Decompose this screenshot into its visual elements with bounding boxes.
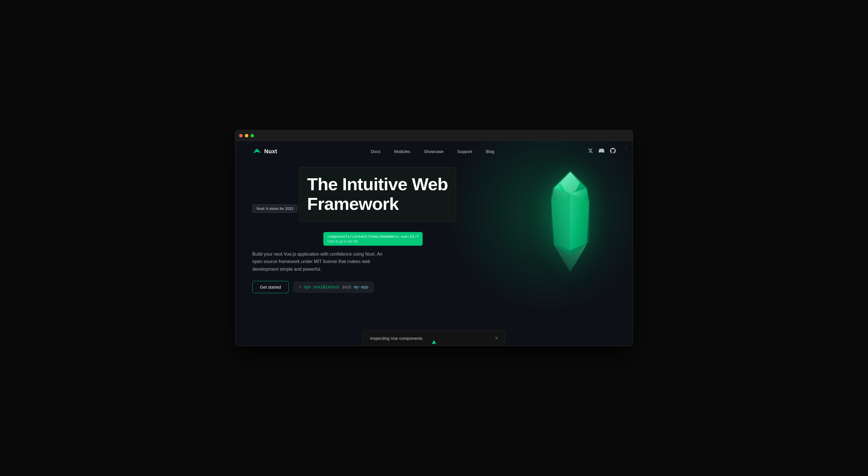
code-package: nuxi@latest bbox=[313, 285, 342, 289]
browser-chrome bbox=[235, 130, 633, 141]
nav-modules[interactable]: Modules bbox=[394, 149, 410, 154]
hero-title: The Intuitive Web Framework bbox=[307, 174, 448, 214]
svg-marker-3 bbox=[551, 194, 589, 256]
hero-title-line1: The Intuitive Web bbox=[307, 174, 448, 194]
navbar: Nuxt Docs Modules Showcase Support Blog bbox=[235, 141, 633, 161]
discord-icon[interactable] bbox=[599, 148, 604, 155]
browser-window: ⋮ Nuxt Docs Modules Showcase Support Blo… bbox=[235, 130, 633, 346]
code-command: npx bbox=[304, 285, 313, 289]
twitter-icon[interactable] bbox=[588, 148, 593, 155]
nav-support[interactable]: Support bbox=[457, 149, 472, 154]
inspector-text: Inspecting Vue components bbox=[370, 336, 423, 341]
component-tooltip[interactable]: components/content/home/HomeHero.vue:41:… bbox=[323, 232, 423, 246]
nuxt-logo-icon bbox=[252, 147, 261, 155]
github-icon[interactable] bbox=[610, 148, 616, 155]
inspector-close-button[interactable]: × bbox=[495, 336, 498, 341]
crystal-svg bbox=[530, 164, 610, 278]
nav-links: Docs Modules Showcase Support Blog bbox=[371, 149, 494, 154]
announcement-badge[interactable]: Nuxt: A vision for 2023 bbox=[252, 204, 298, 213]
hero-title-box: The Intuitive Web Framework bbox=[299, 167, 456, 222]
vue-inspector-bar: Inspecting Vue components × bbox=[363, 330, 505, 346]
nav-blog[interactable]: Blog bbox=[486, 149, 494, 154]
logo-text: Nuxt bbox=[264, 148, 277, 155]
code-subcommand: init bbox=[342, 285, 354, 289]
nav-docs[interactable]: Docs bbox=[371, 149, 380, 154]
tooltip-filename: components/content/home/HomeHero.vue:41:… bbox=[327, 234, 418, 239]
social-links bbox=[588, 148, 616, 155]
hero-actions: Get started > npx nuxi@latest init my-ap… bbox=[252, 281, 616, 293]
crystal-decoration bbox=[530, 164, 610, 278]
hero-description: Build your next Vue.js application with … bbox=[252, 251, 383, 273]
tooltip-action: Click to go to the file bbox=[327, 240, 418, 244]
get-started-button[interactable]: Get started bbox=[252, 281, 289, 293]
logo[interactable]: Nuxt bbox=[252, 147, 277, 155]
nav-showcase[interactable]: Showcase bbox=[424, 149, 443, 154]
hero-title-line2: Framework bbox=[307, 194, 399, 214]
close-dot[interactable] bbox=[239, 134, 243, 137]
code-snippet[interactable]: > npx nuxi@latest init my-app bbox=[293, 282, 374, 293]
nuxt-bottom-icon bbox=[431, 340, 437, 346]
page-content: ⋮ Nuxt Docs Modules Showcase Support Blo… bbox=[235, 141, 633, 346]
maximize-dot[interactable] bbox=[251, 134, 254, 137]
minimize-dot[interactable] bbox=[245, 134, 248, 137]
code-prompt: > bbox=[299, 285, 304, 289]
code-app-name: my-app bbox=[354, 285, 368, 289]
